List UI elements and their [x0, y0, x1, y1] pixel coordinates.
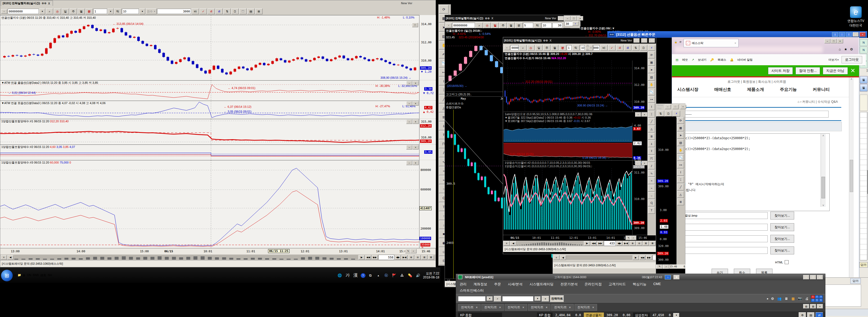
zoom-icon[interactable]: ⌕: [410, 249, 416, 253]
ime-hanja-icon[interactable]: 漢: [353, 273, 359, 278]
price-tab[interactable]: 단가: [850, 278, 861, 284]
chart-scrollbar[interactable]: ≡ ◀ ▶ ◀◀ ▶▶ 433 ◀▶ ▶◀ ⊕ ⊖ ⊞ ⊠: [503, 241, 656, 246]
favorites-star-icon[interactable]: ★: [843, 47, 848, 51]
menu-item[interactable]: 고객가이드: [609, 282, 626, 287]
layout-grid-icon[interactable]: ▦: [648, 59, 655, 66]
security-shield-icon[interactable]: Ⓚ: [383, 273, 389, 278]
drag-handle-icon[interactable]: ≡: [504, 241, 510, 246]
tick-dropdown-icon[interactable]: ▼: [140, 8, 145, 14]
tab-close-icon[interactable]: ×: [592, 306, 594, 309]
content-textarea[interactable]: a3(c))+250000*2)-(data3opc+250000*2); a2…: [678, 133, 830, 211]
close-button[interactable]: ×: [817, 275, 823, 280]
chart-canvas[interactable]: [0, 15, 419, 80]
volume-panel[interactable]: 1양합선물포함양매수:#3 06/15 11:20 60,000 75,000 …: [0, 160, 419, 248]
hline-icon[interactable]: ⊶: [677, 162, 684, 168]
chrome-icon[interactable]: ◍: [23, 273, 25, 277]
main-chart-panel[interactable]: 연결선물지수 (1분) 06/15 11:20 종 310,40 시 310,4…: [0, 15, 419, 80]
target-search-icon[interactable]: ◎: [484, 23, 491, 28]
start-button[interactable]: ⊞: [1, 270, 13, 281]
chart-line-icon[interactable]: 📉: [677, 154, 684, 161]
action-center-flag-icon[interactable]: 🚩: [392, 273, 397, 278]
page-right-icon[interactable]: ▶▶: [597, 241, 603, 246]
annotate-pencil-icon[interactable]: ✎: [656, 265, 663, 269]
refresh-bolt-icon[interactable]: ⚡: [572, 22, 579, 26]
angle-icon[interactable]: ◬: [677, 191, 684, 198]
pane-buttons[interactable]: –×: [406, 101, 418, 106]
scroll-minimap[interactable]: [517, 241, 584, 245]
count-button[interactable]: 건수 ▼: [585, 45, 593, 51]
sort-icon[interactable]: ⇅: [223, 8, 231, 14]
zoom-in-icon[interactable]: ⊕: [629, 241, 636, 246]
zoom-in-icon[interactable]: ⊕: [408, 255, 414, 260]
zoom-out-icon[interactable]: ⊖: [415, 255, 421, 260]
channel-icon[interactable]: ⫽: [648, 163, 655, 169]
tab-strategy-chart[interactable]: 전략차트×: [505, 304, 527, 311]
menu-item[interactable]: 핵심기능: [633, 282, 647, 287]
sort-icon[interactable]: ⇅: [657, 111, 664, 116]
clock-time[interactable]: 오전 7:22: [423, 272, 439, 275]
tick-button[interactable]: 틱: [572, 45, 580, 51]
maximize-button[interactable]: □: [673, 105, 679, 109]
count-input[interactable]: 3000: [593, 45, 600, 50]
report-icon[interactable]: ▤: [247, 8, 255, 14]
chart-canvas[interactable]: [504, 168, 632, 230]
close-button[interactable]: ×: [577, 16, 583, 21]
period-day-button[interactable]: 일: [62, 8, 69, 14]
doc-icon[interactable]: 🗋: [231, 8, 239, 14]
pin-down-icon[interactable]: ↧: [846, 32, 852, 37]
text-tool-icon[interactable]: T: [648, 207, 655, 214]
close-all-icon[interactable]: ×: [817, 304, 823, 309]
doc-icon[interactable]: 🗋: [665, 111, 672, 116]
dropdown-icon[interactable]: ▼: [39, 8, 45, 14]
menu-item[interactable]: 계좌정보: [473, 282, 487, 287]
cycle-icon[interactable]: ∿: [648, 170, 655, 177]
target-search-icon[interactable]: ◎: [527, 45, 534, 51]
shrink-h-icon[interactable]: ▶◀: [623, 241, 629, 246]
tick-value-input[interactable]: 10: [122, 9, 139, 14]
close-scroll-icon[interactable]: ⊠: [428, 255, 434, 260]
period-minute-button[interactable]: 분: [559, 45, 566, 51]
pane-buttons[interactable]: –×: [406, 145, 418, 149]
refresh-swap-icon[interactable]: ⇄: [815, 312, 823, 317]
minimize-button[interactable]: –: [803, 275, 809, 280]
tab-close-icon[interactable]: ×: [569, 306, 571, 309]
search-icon[interactable]: ⌕: [46, 8, 53, 14]
hline-icon[interactable]: ⊶: [648, 96, 655, 103]
settings-gear-icon[interactable]: ⚙: [799, 312, 806, 317]
page-left-icon[interactable]: ◀◀: [639, 255, 646, 260]
explorer-icon[interactable]: 📁: [18, 273, 21, 277]
period-dropdown-icon[interactable]: ▼: [108, 8, 114, 14]
scroll-right-icon[interactable]: ▶: [584, 241, 590, 246]
restore-window-icon[interactable]: ⧉: [368, 273, 373, 278]
fib-arc-icon[interactable]: ⍒: [648, 148, 655, 154]
zoom-icon[interactable]: ⌕: [663, 265, 669, 269]
close-button[interactable]: ×: [649, 38, 655, 43]
cursor-icon[interactable]: ➤: [677, 132, 684, 139]
textarea-scrollbar[interactable]: ˄˅: [820, 134, 826, 207]
logout-button[interactable]: 로그아웃: [841, 56, 862, 63]
refresh-bolt-icon[interactable]: ⚡: [648, 45, 655, 51]
tray-expand-icon[interactable]: ▲: [375, 273, 381, 278]
menu-item[interactable]: 시스템트레이딩: [530, 282, 554, 287]
bnb-icon[interactable]: BNB: [33, 273, 39, 277]
line-chart-icon[interactable]: ıll: [624, 45, 631, 51]
bar-button[interactable]: 바: [600, 45, 608, 51]
menu-item[interactable]: 전문가분석: [560, 282, 578, 287]
chart-scrollbar[interactable]: ≡ ◀ ▶ ◀◀ ▶▶ 558 ◀▶ ▶◀ ⊕ ⊖ ⊞ ⊠: [0, 254, 436, 260]
window-titlebar[interactable]: [6101] 전략실행차트(실시간) ⊕⊕ X New Ver – □ ×: [445, 15, 580, 22]
theme-icon[interactable]: ▦: [790, 296, 796, 302]
window-titlebar[interactable]: New Ver – □ ×: [656, 104, 685, 110]
memo-link[interactable]: 메모: [682, 58, 688, 62]
fib-fan-icon[interactable]: ⍋: [648, 140, 655, 147]
dropdown-icon[interactable]: ▼: [487, 296, 493, 301]
menu-item[interactable]: 스마트인베스터: [460, 288, 484, 292]
home-icon[interactable]: ⌂: [665, 275, 671, 280]
month-button[interactable]: 월: [860, 76, 867, 83]
window-titlebar[interactable]: [6101] 전략실행차트(실시간) ⊕⊕ X New Ver – □ ×: [503, 37, 656, 44]
tick-value-input[interactable]: 10: [542, 23, 552, 28]
tab-strategy-chart[interactable]: 전략차트×: [458, 304, 480, 311]
pen-tool-icon[interactable]: 💊: [407, 273, 413, 278]
html-checkbox[interactable]: [785, 260, 788, 264]
spread2-panel[interactable]: 1양합선물포함양매수:#2 06/15 11:20 4,60 3,05 3,85…: [0, 144, 419, 160]
collapse-button[interactable]: ‹: [1, 9, 7, 14]
